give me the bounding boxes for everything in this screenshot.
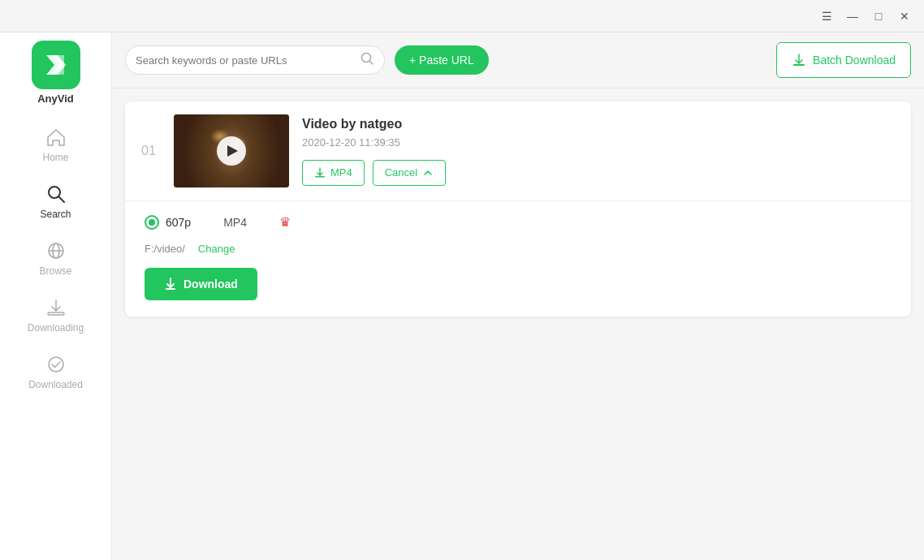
search-box[interactable]: [125, 45, 385, 75]
app-body: AnyVid Home Search: [0, 32, 924, 560]
resolution-radio[interactable]: [145, 215, 159, 230]
file-path-row: F:/video/ Change: [145, 243, 892, 255]
app-logo: [32, 41, 80, 89]
video-index: 01: [141, 144, 161, 158]
play-button[interactable]: [217, 136, 246, 166]
maximize-button[interactable]: □: [866, 3, 892, 29]
download-label: Download: [184, 278, 238, 291]
batch-download-button[interactable]: Batch Download: [776, 42, 911, 78]
sidebar: AnyVid Home Search: [0, 32, 112, 560]
minimize-button[interactable]: —: [840, 3, 866, 29]
downloading-icon: [45, 296, 67, 319]
downloaded-icon: [45, 353, 67, 376]
download-icon: [164, 278, 177, 291]
svg-point-9: [362, 54, 371, 62]
mp4-download-icon: [314, 167, 326, 179]
sidebar-item-home[interactable]: Home: [0, 118, 111, 171]
resolution-label: 607p: [166, 216, 191, 229]
svg-rect-7: [48, 312, 64, 315]
options-row: 607p MP4 ♛: [145, 214, 892, 230]
video-date: 2020-12-20 11:39:35: [302, 136, 895, 149]
sidebar-downloaded-label: Downloaded: [28, 379, 83, 390]
sidebar-home-label: Home: [42, 152, 68, 163]
mp4-label: MP4: [330, 166, 352, 179]
video-card: 01 Video by natgeo 2020-12-20 11:39:35: [125, 101, 911, 317]
sidebar-browse-label: Browse: [39, 265, 71, 277]
sidebar-downloading-label: Downloading: [28, 322, 84, 334]
close-button[interactable]: ✕: [892, 3, 918, 29]
content-area: 01 Video by natgeo 2020-12-20 11:39:35: [112, 88, 924, 560]
sidebar-item-downloaded[interactable]: Downloaded: [0, 345, 111, 398]
video-card-top: 01 Video by natgeo 2020-12-20 11:39:35: [125, 101, 911, 201]
video-actions: MP4 Cancel: [302, 160, 895, 186]
search-magnifier-icon: [360, 51, 374, 69]
svg-rect-12: [315, 176, 325, 178]
sidebar-nav: Home Search Browse: [0, 118, 111, 398]
sidebar-item-browse[interactable]: Browse: [0, 231, 111, 285]
paste-url-button[interactable]: + Paste URL: [395, 45, 489, 75]
video-thumbnail[interactable]: [174, 114, 289, 187]
resolution-option[interactable]: 607p: [145, 215, 191, 230]
app-name-label: AnyVid: [37, 93, 74, 105]
cancel-label: Cancel: [385, 166, 417, 179]
video-title: Video by natgeo: [302, 117, 895, 131]
browse-icon: [45, 239, 67, 262]
video-info: Video by natgeo 2020-12-20 11:39:35 MP4: [302, 117, 895, 186]
svg-rect-13: [166, 288, 175, 290]
svg-line-10: [370, 62, 373, 65]
sidebar-item-downloading[interactable]: Downloading: [0, 288, 111, 342]
mp4-button[interactable]: MP4: [302, 160, 365, 186]
download-button[interactable]: Download: [145, 268, 257, 300]
format-label: MP4: [223, 216, 247, 229]
crown-icon: ♛: [279, 214, 291, 230]
file-path: F:/video/: [145, 243, 185, 255]
cancel-button[interactable]: Cancel: [373, 160, 446, 186]
logo-icon: [41, 50, 71, 80]
chevron-up-icon: [422, 167, 434, 179]
search-input[interactable]: [136, 54, 353, 67]
title-bar: ☰ — □ ✕: [0, 0, 924, 32]
batch-download-icon: [792, 53, 806, 67]
batch-download-label: Batch Download: [813, 54, 896, 67]
sidebar-item-search[interactable]: Search: [0, 174, 111, 228]
change-path-link[interactable]: Change: [198, 243, 235, 255]
svg-line-3: [58, 197, 64, 203]
menu-button[interactable]: ☰: [814, 3, 840, 29]
sidebar-search-label: Search: [40, 209, 71, 220]
search-icon: [45, 183, 67, 205]
paste-url-label: + Paste URL: [409, 54, 474, 67]
home-icon: [45, 126, 67, 149]
video-options: 607p MP4 ♛ F:/video/ Change: [125, 201, 911, 317]
toolbar: + Paste URL Batch Download: [112, 32, 924, 88]
main-content: + Paste URL Batch Download 01: [112, 32, 924, 560]
svg-point-8: [49, 357, 63, 372]
svg-rect-11: [793, 64, 805, 66]
